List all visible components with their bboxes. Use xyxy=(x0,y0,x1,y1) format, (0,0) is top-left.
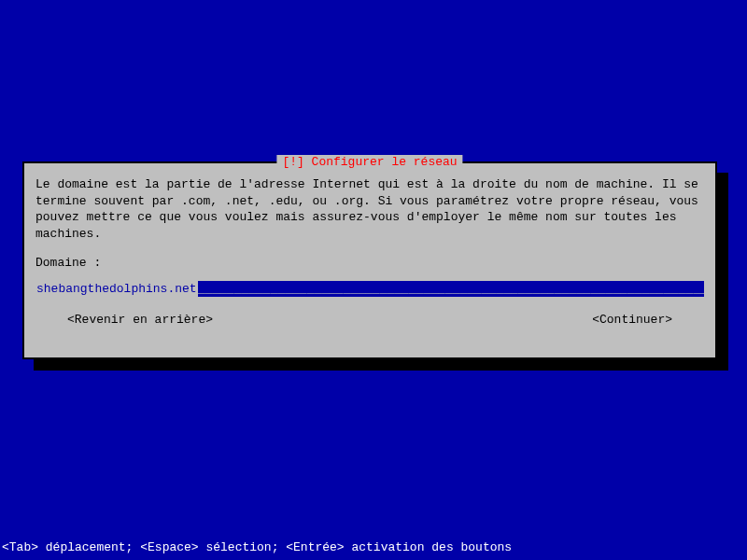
back-button[interactable]: <Revenir en arrière> xyxy=(67,312,213,329)
continue-button[interactable]: <Continuer> xyxy=(592,312,672,329)
domain-input-value: shebangthedolphins.net xyxy=(35,281,198,297)
button-row: <Revenir en arrière> <Continuer> xyxy=(35,312,704,329)
dialog-body: Le domaine est la partie de l'adresse In… xyxy=(24,163,715,339)
dialog-title: [!] Configurer le réseau xyxy=(276,155,462,169)
dialog-description: Le domaine est la partie de l'adresse In… xyxy=(35,176,704,242)
network-config-dialog: [!] Configurer le réseau Le domaine est … xyxy=(22,161,717,359)
domain-input[interactable]: shebangthedolphins.net _________________… xyxy=(35,281,704,297)
status-bar: <Tab> déplacement; <Espace> sélection; <… xyxy=(0,540,514,554)
domain-field-label: Domaine : xyxy=(35,255,704,272)
domain-input-fill: ________________________________________… xyxy=(198,281,704,297)
